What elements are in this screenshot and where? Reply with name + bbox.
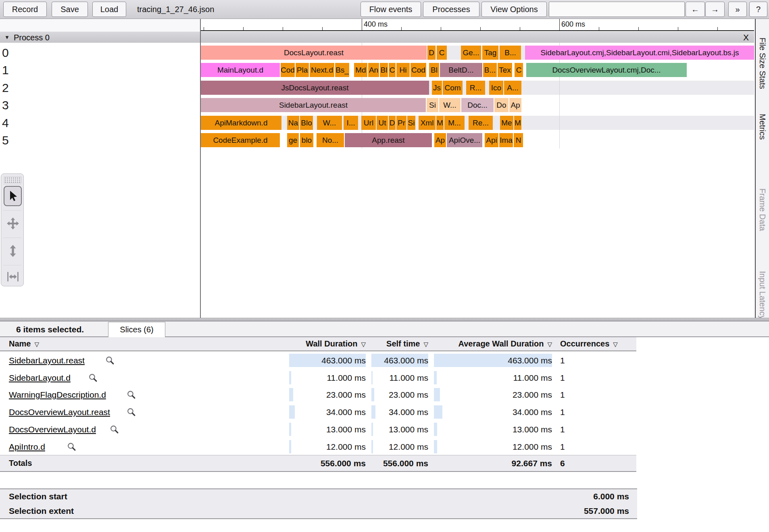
timeline-ruler[interactable]: 400 ms600 ms xyxy=(201,19,754,31)
trace-slice[interactable]: Ut xyxy=(377,116,388,130)
save-button[interactable]: Save xyxy=(52,2,88,17)
palette-grip-handle[interactable] xyxy=(4,177,21,183)
trace-slice[interactable]: Bs_ xyxy=(335,63,349,77)
trace-slice[interactable]: blo xyxy=(300,133,313,147)
magnifier-icon[interactable] xyxy=(88,373,98,382)
magnifier-icon[interactable] xyxy=(105,356,115,365)
column-header-self-time[interactable]: Self time▽ xyxy=(371,337,428,350)
slice-name-link[interactable]: SidebarLayout.d xyxy=(9,369,71,386)
pan-tool-button[interactable] xyxy=(4,213,22,234)
trace-slice[interactable]: C xyxy=(515,63,523,77)
trace-slice[interactable]: DocsLayout.reast xyxy=(201,46,427,60)
trace-slice[interactable]: M... xyxy=(444,116,465,130)
slice-name-link[interactable]: ApiIntro.d xyxy=(9,438,45,455)
trace-slice[interactable]: DocsOverviewLayout.cmj,Doc... xyxy=(526,63,687,77)
trace-slice[interactable]: Do xyxy=(494,98,508,112)
load-button[interactable]: Load xyxy=(92,2,126,17)
trace-slice[interactable]: I... xyxy=(344,116,358,130)
selection-tool-button[interactable] xyxy=(4,186,22,206)
slice-name-link[interactable]: WarningFlagDescription.d xyxy=(9,386,106,403)
trace-slice[interactable]: Tag xyxy=(482,46,498,60)
trace-slice[interactable]: Bl xyxy=(429,63,439,77)
column-header-name[interactable]: Name▽ xyxy=(9,337,210,350)
search-input[interactable] xyxy=(549,2,685,17)
trace-slice[interactable]: Bl xyxy=(380,63,388,77)
trace-slice[interactable]: SidebarLayout.cmj,SidebarLayout.cmi,Side… xyxy=(525,46,754,60)
processes-button[interactable]: Processes xyxy=(423,2,479,17)
trace-slice[interactable]: Pla xyxy=(296,63,309,77)
trace-slice[interactable]: C xyxy=(389,63,396,77)
magnifier-icon[interactable] xyxy=(110,425,119,434)
trace-slice[interactable]: Ima xyxy=(499,133,513,147)
magnifier-icon[interactable] xyxy=(127,390,136,399)
flow-events-button[interactable]: Flow events xyxy=(361,2,421,17)
trace-slice[interactable]: Tex xyxy=(498,63,512,77)
trace-slice[interactable]: W... xyxy=(317,116,342,130)
slice-name-link[interactable]: DocsOverviewLayout.d xyxy=(9,421,96,438)
trace-slice[interactable]: Cod xyxy=(281,63,295,77)
trace-slice[interactable]: N xyxy=(514,133,523,147)
trace-slice[interactable]: MainLayout.d xyxy=(201,63,280,77)
zoom-tool-button[interactable] xyxy=(4,241,22,261)
trace-slice[interactable]: D xyxy=(427,46,436,60)
trace-slice[interactable]: W... xyxy=(439,98,461,112)
trace-slice[interactable]: Api xyxy=(485,133,498,147)
trace-slice[interactable]: Md xyxy=(354,63,367,77)
trace-slice[interactable]: M xyxy=(436,116,444,130)
column-header-average-wall-duration[interactable]: Average Wall Duration▽ xyxy=(434,337,552,350)
trace-slice[interactable]: Com xyxy=(443,81,463,95)
trace-slice[interactable]: Doc... xyxy=(461,98,494,112)
column-header-occurrences[interactable]: Occurrences▽ xyxy=(560,337,635,350)
trace-slice[interactable]: M xyxy=(514,116,521,130)
trace-slice[interactable]: BeltD... xyxy=(440,63,482,77)
tab-slices[interactable]: Slices (6) xyxy=(108,322,165,337)
sidebar-tab-metrics[interactable]: Metrics xyxy=(758,114,767,140)
trace-slice[interactable]: An xyxy=(368,63,379,77)
trace-slice[interactable]: Ap xyxy=(509,98,521,112)
trace-slice[interactable]: Na xyxy=(287,116,299,130)
trace-slice[interactable]: B... xyxy=(500,46,521,60)
sidebar-tab-file-size-stats[interactable]: File Size Stats xyxy=(758,38,767,89)
trace-slice[interactable]: Cod xyxy=(411,63,426,77)
collapse-triangle-icon[interactable]: ▼ xyxy=(4,32,10,43)
slice-name-link[interactable]: SidebarLayout.reast xyxy=(9,352,85,369)
slice-name-link[interactable]: DocsOverviewLayout.reast xyxy=(9,403,110,421)
trace-slice[interactable]: ge xyxy=(287,133,299,147)
trace-slice[interactable]: Pr xyxy=(396,116,406,130)
timing-tool-button[interactable] xyxy=(4,267,22,287)
trace-slice[interactable]: R... xyxy=(466,81,485,95)
find-next-button[interactable]: → xyxy=(705,2,725,17)
expand-button[interactable]: » xyxy=(728,2,747,17)
trace-slice[interactable]: Re... xyxy=(469,116,493,130)
trace-slice[interactable]: ApiMarkdown.d xyxy=(201,116,281,130)
magnifier-icon[interactable] xyxy=(67,442,76,451)
trace-slice[interactable]: Ge... xyxy=(461,46,481,60)
trace-slice[interactable]: Js xyxy=(432,81,442,95)
trace-slice[interactable]: Ap xyxy=(434,133,446,147)
trace-slice[interactable]: Si xyxy=(427,98,438,112)
trace-slice[interactable]: D xyxy=(389,116,396,130)
help-button[interactable]: ? xyxy=(749,2,767,17)
record-button[interactable]: Record xyxy=(3,2,47,17)
view-options-button[interactable]: View Options xyxy=(481,2,547,17)
trace-slice[interactable]: ApiOve... xyxy=(447,133,482,147)
trace-slice[interactable]: Me xyxy=(500,116,513,130)
trace-slice[interactable]: Blo xyxy=(300,116,313,130)
find-previous-button[interactable]: ← xyxy=(686,2,705,17)
trace-slice[interactable]: App.reast xyxy=(345,133,432,147)
trace-slice[interactable]: Xml xyxy=(419,116,436,130)
trace-slice[interactable]: Next.d xyxy=(310,63,334,77)
trace-slice[interactable]: Url xyxy=(361,116,376,130)
trace-slice[interactable]: Hi xyxy=(396,63,410,77)
trace-slice[interactable]: A... xyxy=(504,81,521,95)
column-header-wall-duration[interactable]: Wall Duration▽ xyxy=(289,337,366,350)
trace-slice[interactable]: SidebarLayout.reast xyxy=(201,98,426,112)
trace-slice[interactable]: CodeExample.d xyxy=(201,133,280,147)
close-process-button[interactable]: X xyxy=(743,32,749,43)
trace-slice[interactable]: JsDocsLayout.reast xyxy=(201,81,429,95)
trace-slice[interactable]: C xyxy=(437,46,447,60)
trace-slice[interactable]: Si xyxy=(407,116,415,130)
trace-slice[interactable]: No... xyxy=(317,133,344,147)
trace-slice[interactable]: Ico xyxy=(489,81,503,95)
horizontal-splitter[interactable] xyxy=(0,318,769,321)
